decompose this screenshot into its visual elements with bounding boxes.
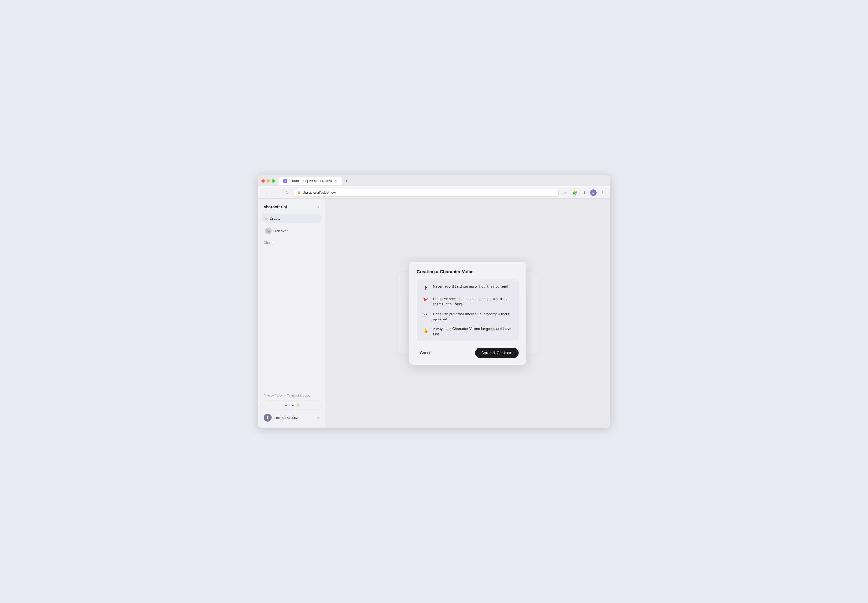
tab-close-button[interactable]: ✕ (334, 179, 338, 183)
rule-text-2: Don't use voices to engage in deepfakes,… (433, 297, 513, 307)
forward-button[interactable]: → (273, 189, 281, 196)
maximize-window-button[interactable] (271, 179, 275, 182)
agree-continue-button[interactable]: Agree & Continue (475, 348, 519, 358)
close-window-button[interactable] (262, 179, 265, 182)
chevron-down-icon: ∨ (317, 416, 319, 420)
new-tab-button[interactable]: + (343, 177, 350, 185)
browser-toolbar: ← → ↻ 🔒 character.ai/voice/new ☆ 🧩 ⬇ E ⋮ (258, 187, 610, 199)
shield-icon: 🛡 (422, 312, 430, 320)
rule-row-2: 🚩 Don't use voices to engage in deepfake… (422, 297, 513, 307)
create-label: Create (270, 216, 281, 221)
minimize-window-button[interactable] (267, 179, 270, 182)
privacy-policy-link[interactable]: Privacy Policy (264, 394, 283, 397)
sidebar: character.ai « + Create ◎ Discover Chats… (258, 199, 325, 428)
url-display: character.ai/voice/new (302, 191, 336, 195)
cancel-button[interactable]: Cancel (417, 348, 436, 357)
discover-button[interactable]: ◎ Discover (262, 225, 322, 237)
refresh-button[interactable]: ↻ (283, 189, 291, 196)
chats-section-label: Chats (262, 240, 322, 246)
browser-titlebar: c character.ai | Personalized AI ✕ + ⌃ (258, 175, 610, 187)
modal-overlay: Creating a Character Voice 🎙 Never recor… (325, 199, 610, 428)
username-label: EarnestYautia31 (274, 416, 315, 420)
active-tab[interactable]: c character.ai | Personalized AI ✕ (279, 177, 342, 185)
thumbs-up-icon: 👍 (422, 326, 430, 334)
extensions-button[interactable]: 🧩 (571, 189, 579, 196)
lock-icon: 🔒 (297, 191, 301, 194)
modal-actions: Cancel Agree & Continue (417, 348, 519, 358)
brand-name: character.ai (264, 204, 287, 209)
flag-icon: 🚩 (422, 297, 430, 305)
tab-bar: c character.ai | Personalized AI ✕ + (279, 177, 601, 185)
sidebar-collapse-button[interactable]: « (317, 205, 319, 209)
terms-service-link[interactable]: Terms of Service (287, 394, 310, 397)
profile-button[interactable]: E (590, 189, 597, 196)
microphone-icon: 🎙 (422, 284, 430, 292)
user-row[interactable]: E EarnestYautia31 ∨ (262, 412, 322, 423)
menu-button[interactable]: ⋮ (598, 189, 606, 196)
window-controls: ⌃ (604, 179, 607, 183)
sidebar-footer: Privacy Policy • Terms of Service Try c.… (262, 393, 322, 423)
create-button[interactable]: + Create (262, 213, 322, 223)
rule-row-3: 🛡 Don't use protected intellectual prope… (422, 312, 513, 322)
avatar: E (264, 414, 271, 422)
bookmark-button[interactable]: ☆ (561, 189, 569, 196)
main-content: Create Voice 📁 ile 0-15 nd ound Creating… (325, 199, 610, 428)
modal-rules: 🎙 Never record third parties without the… (417, 280, 519, 342)
modal-dialog: Creating a Character Voice 🎙 Never recor… (409, 261, 526, 365)
plus-icon: + (265, 216, 267, 221)
discover-label: Discover (274, 229, 288, 233)
compass-icon: ◎ (265, 227, 271, 234)
toolbar-actions: ☆ 🧩 ⬇ E ⋮ (561, 189, 606, 196)
footer-links: Privacy Policy • Terms of Service (262, 393, 322, 398)
rule-row-1: 🎙 Never record third parties without the… (422, 284, 513, 292)
tab-label: character.ai | Personalized AI (289, 179, 332, 183)
browser-content: character.ai « + Create ◎ Discover Chats… (258, 199, 610, 428)
sidebar-logo: character.ai « (262, 203, 322, 210)
tab-favicon: c (283, 179, 287, 183)
footer-separator: • (284, 394, 285, 397)
modal-title: Creating a Character Voice (417, 269, 519, 274)
browser-window: c character.ai | Personalized AI ✕ + ⌃ ←… (258, 175, 610, 428)
try-button[interactable]: Try c.ai ✨ (262, 400, 322, 410)
rule-text-4: Always use Character Voices for good, an… (433, 326, 513, 337)
traffic-lights (262, 179, 275, 182)
rule-row-4: 👍 Always use Character Voices for good, … (422, 326, 513, 337)
download-button[interactable]: ⬇ (581, 189, 588, 196)
rule-text-1: Never record third parties without their… (433, 284, 508, 289)
rule-text-3: Don't use protected intellectual propert… (433, 312, 513, 322)
address-bar[interactable]: 🔒 character.ai/voice/new (294, 189, 559, 196)
back-button[interactable]: ← (262, 189, 270, 196)
avatar-initial: E (266, 416, 268, 420)
